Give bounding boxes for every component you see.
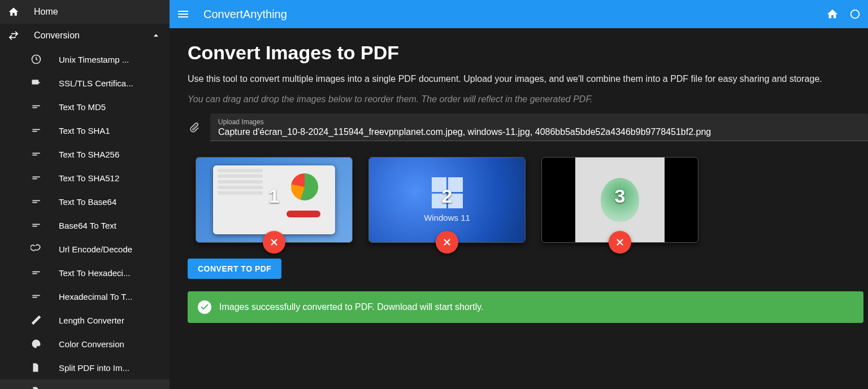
- swap-icon: [8, 30, 34, 41]
- page-description: Use this tool to convert multiple images…: [188, 74, 868, 84]
- short-text-icon: [31, 196, 59, 207]
- sidebar-home[interactable]: Home: [0, 0, 170, 24]
- sidebar-item-6[interactable]: Text To Base64: [0, 190, 170, 213]
- thumb-1[interactable]: 1: [196, 157, 353, 243]
- topbar-theme-icon[interactable]: [849, 8, 861, 20]
- sidebar-item-label: Split PDF into Im...: [59, 363, 162, 373]
- short-text-icon: [31, 148, 59, 160]
- thumb-2[interactable]: Windows 11 2: [368, 157, 526, 243]
- sidebar: Home Conversion Unix Timestamp ...SSL/TL…: [0, 0, 170, 389]
- thumb-2-caption: Windows 11: [424, 213, 470, 222]
- short-text-icon: [31, 267, 59, 278]
- check-icon: [198, 300, 211, 314]
- short-text-icon: [31, 101, 59, 112]
- upload-label: Upload Images: [218, 118, 860, 126]
- sidebar-item-7[interactable]: Base64 To Text: [0, 213, 170, 237]
- remove-thumb-1[interactable]: [263, 231, 285, 253]
- sidebar-item-label: Unix Timestamp ...: [59, 55, 162, 64]
- upload-row: Upload Images Capture d'écran_10-8-2024_…: [188, 113, 868, 141]
- sidebar-item-label: Text To Base64: [59, 197, 162, 207]
- remove-thumb-2[interactable]: [436, 231, 458, 253]
- sidebar-item-label: Text To SHA1: [59, 126, 162, 136]
- sidebar-item-14[interactable]: Images to PDF: [0, 379, 170, 389]
- ruler-icon: [31, 314, 59, 326]
- file-icon: [31, 386, 59, 389]
- sidebar-item-9[interactable]: Text To Hexadeci...: [0, 261, 170, 285]
- sidebar-item-label: Base64 To Text: [59, 221, 162, 230]
- sidebar-section-conversion[interactable]: Conversion: [0, 24, 170, 47]
- short-text-icon: [31, 125, 59, 136]
- thumb-number: 3: [615, 185, 626, 207]
- app-title: ConvertAnything: [203, 8, 287, 21]
- sidebar-item-0[interactable]: Unix Timestamp ...: [0, 47, 170, 71]
- short-text-icon: [31, 291, 59, 302]
- thumbnail-row: 1 Windows 11 2 3: [196, 157, 868, 243]
- thumb-3[interactable]: 3: [541, 157, 698, 243]
- sidebar-item-label: Text To MD5: [59, 102, 162, 112]
- sidebar-item-8[interactable]: Url Encode/Decode: [0, 237, 170, 261]
- remove-thumb-3[interactable]: [609, 231, 631, 253]
- upload-value: Capture d'écran_10-8-2024_115944_freevpn…: [218, 127, 860, 137]
- sidebar-item-4[interactable]: Text To SHA256: [0, 142, 170, 166]
- link-icon: [31, 243, 59, 255]
- page-title: Convert Images to PDF: [188, 42, 868, 64]
- chevron-up-icon: [150, 30, 162, 41]
- sidebar-item-10[interactable]: Hexadecimal To T...: [0, 285, 170, 308]
- sidebar-item-label: Color Conversion: [59, 339, 162, 349]
- short-text-icon: [31, 172, 59, 183]
- sidebar-item-11[interactable]: Length Converter: [0, 308, 170, 332]
- sidebar-item-label: SSL/TLS Certifica...: [59, 78, 162, 88]
- file-icon: [31, 362, 59, 373]
- sidebar-item-3[interactable]: Text To SHA1: [0, 119, 170, 142]
- upload-field[interactable]: Upload Images Capture d'écran_10-8-2024_…: [210, 113, 868, 141]
- menu-icon[interactable]: [176, 7, 190, 21]
- success-alert: Images successfully converted to PDF. Do…: [188, 291, 863, 323]
- sidebar-item-5[interactable]: Text To SHA512: [0, 166, 170, 190]
- certificate-icon: [31, 77, 59, 89]
- sidebar-item-label: Text To SHA512: [59, 173, 162, 183]
- svg-point-2: [851, 10, 860, 19]
- sidebar-item-12[interactable]: Color Conversion: [0, 332, 170, 356]
- home-icon: [8, 6, 34, 18]
- attachment-icon[interactable]: [188, 121, 200, 134]
- main: ConvertAnything Convert Images to PDF Us…: [170, 0, 868, 389]
- sidebar-item-2[interactable]: Text To MD5: [0, 95, 170, 119]
- svg-rect-1: [32, 80, 39, 84]
- sidebar-section-label: Conversion: [34, 30, 150, 41]
- sidebar-item-label: Url Encode/Decode: [59, 244, 162, 254]
- sidebar-item-13[interactable]: Split PDF into Im...: [0, 356, 170, 379]
- sidebar-home-label: Home: [34, 7, 162, 17]
- short-text-icon: [31, 220, 59, 231]
- sidebar-item-label: Images to PDF: [59, 387, 162, 390]
- palette-icon: [31, 338, 59, 349]
- sidebar-item-label: Text To SHA256: [59, 150, 162, 159]
- convert-button[interactable]: CONVERT TO PDF: [188, 259, 281, 279]
- clock-icon: [31, 54, 59, 65]
- sidebar-item-label: Text To Hexadeci...: [59, 268, 162, 278]
- sidebar-item-1[interactable]: SSL/TLS Certifica...: [0, 71, 170, 95]
- thumb-number: 2: [442, 185, 453, 207]
- alert-text: Images successfully converted to PDF. Do…: [219, 302, 483, 312]
- topbar-home-icon[interactable]: [826, 8, 839, 20]
- reorder-hint: You can drag and drop the images below t…: [188, 94, 868, 104]
- thumb-number: 1: [269, 185, 280, 207]
- content: Convert Images to PDF Use this tool to c…: [170, 28, 868, 389]
- topbar: ConvertAnything: [170, 0, 868, 28]
- sidebar-item-label: Hexadecimal To T...: [59, 292, 162, 301]
- sidebar-item-label: Length Converter: [59, 316, 162, 325]
